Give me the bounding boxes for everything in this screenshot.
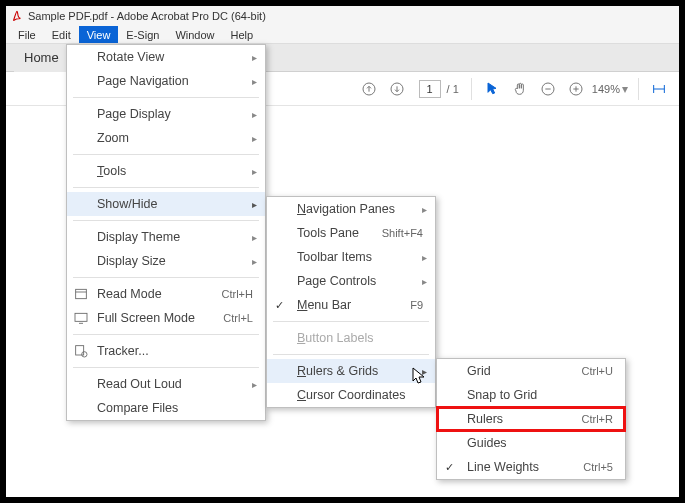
menu-read-mode[interactable]: Read ModeCtrl+H — [67, 282, 265, 306]
titlebar: Sample PDF.pdf - Adobe Acrobat Pro DC (6… — [6, 6, 679, 26]
menu-button-labels: Button Labels — [267, 326, 435, 350]
svg-rect-4 — [76, 289, 87, 298]
menu-page-display[interactable]: Page Display▸ — [67, 102, 265, 126]
fit-width-icon[interactable] — [645, 75, 673, 103]
view-menu-panel[interactable]: Rotate View▸ Page Navigation▸ Page Displ… — [66, 44, 266, 421]
svg-rect-5 — [75, 313, 87, 321]
page-down-icon[interactable] — [383, 75, 411, 103]
page-up-icon[interactable] — [355, 75, 383, 103]
page-count: / 1 — [447, 83, 459, 95]
acrobat-icon — [10, 9, 24, 23]
menu-rulers[interactable]: RulersCtrl+R — [437, 407, 625, 431]
rulers-grids-panel[interactable]: GridCtrl+U Snap to Grid RulersCtrl+R Gui… — [436, 358, 626, 480]
menu-page-navigation[interactable]: Page Navigation▸ — [67, 69, 265, 93]
svg-point-7 — [82, 352, 87, 357]
menu-grid[interactable]: GridCtrl+U — [437, 359, 625, 383]
show-hide-panel[interactable]: Navigation Panes▸ Tools PaneShift+F4 Too… — [266, 196, 436, 408]
menu-view[interactable]: View — [79, 26, 119, 43]
menubar[interactable]: File Edit View E-Sign Window Help — [6, 26, 679, 44]
menu-rotate-view[interactable]: Rotate View▸ — [67, 45, 265, 69]
chevron-down-icon[interactable]: ▾ — [622, 82, 632, 96]
window-title: Sample PDF.pdf - Adobe Acrobat Pro DC (6… — [28, 10, 266, 22]
zoom-out-icon[interactable] — [534, 75, 562, 103]
selection-tool-icon[interactable] — [478, 75, 506, 103]
menu-zoom[interactable]: Zoom▸ — [67, 126, 265, 150]
check-icon: ✓ — [275, 299, 284, 312]
check-icon: ✓ — [445, 461, 454, 474]
window-frame: Sample PDF.pdf - Adobe Acrobat Pro DC (6… — [0, 0, 685, 503]
zoom-level[interactable]: 149% ▾ — [590, 82, 632, 96]
read-mode-icon — [73, 286, 89, 302]
hand-tool-icon[interactable] — [506, 75, 534, 103]
menu-display-size[interactable]: Display Size▸ — [67, 249, 265, 273]
menu-toolbar-items[interactable]: Toolbar Items▸ — [267, 245, 435, 269]
tab-home[interactable]: Home — [14, 44, 69, 72]
menu-full-screen[interactable]: Full Screen ModeCtrl+L — [67, 306, 265, 330]
menu-navigation-panes[interactable]: Navigation Panes▸ — [267, 197, 435, 221]
menu-show-hide[interactable]: Show/Hide▸ — [67, 192, 265, 216]
menu-file[interactable]: File — [10, 26, 44, 43]
svg-rect-6 — [76, 346, 84, 355]
menu-tools[interactable]: Tools▸ — [67, 159, 265, 183]
app-chrome: Sample PDF.pdf - Adobe Acrobat Pro DC (6… — [6, 6, 679, 497]
zoom-value: 149% — [592, 83, 620, 95]
menu-cursor-coordinates[interactable]: Cursor Coordinates — [267, 383, 435, 407]
menu-compare-files[interactable]: Compare Files — [67, 396, 265, 420]
menu-line-weights[interactable]: ✓Line WeightsCtrl+5 — [437, 455, 625, 479]
zoom-in-icon[interactable] — [562, 75, 590, 103]
tracker-icon — [73, 343, 89, 359]
menu-window[interactable]: Window — [167, 26, 222, 43]
menu-guides[interactable]: Guides — [437, 431, 625, 455]
menu-page-controls[interactable]: Page Controls▸ — [267, 269, 435, 293]
page-number-input[interactable]: 1 — [419, 80, 441, 98]
menu-read-out-loud[interactable]: Read Out Loud▸ — [67, 372, 265, 396]
menu-menu-bar[interactable]: ✓Menu BarF9 — [267, 293, 435, 317]
menu-edit[interactable]: Edit — [44, 26, 79, 43]
menu-tools-pane[interactable]: Tools PaneShift+F4 — [267, 221, 435, 245]
menu-esign[interactable]: E-Sign — [118, 26, 167, 43]
menu-display-theme[interactable]: Display Theme▸ — [67, 225, 265, 249]
menu-snap-to-grid[interactable]: Snap to Grid — [437, 383, 625, 407]
menu-tracker[interactable]: Tracker... — [67, 339, 265, 363]
full-screen-icon — [73, 310, 89, 326]
menu-rulers-grids[interactable]: Rulers & Grids▸ — [267, 359, 435, 383]
menu-help[interactable]: Help — [223, 26, 262, 43]
